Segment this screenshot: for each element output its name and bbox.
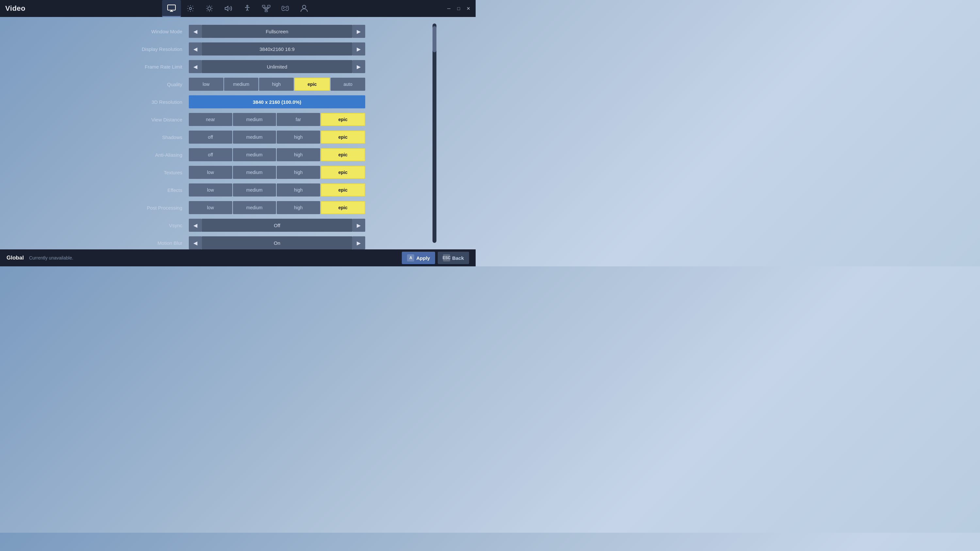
btn-group-post-processing: lowmediumhighepic	[189, 201, 365, 214]
svg-rect-0	[167, 5, 175, 10]
btn-anti-aliasing-epic[interactable]: epic	[321, 148, 366, 161]
arrow-left-motion-blur[interactable]: ◀	[189, 236, 202, 249]
control-3d-resolution: 3840 x 2160 (100.0%)	[189, 95, 365, 108]
btn-shadows-high[interactable]: high	[277, 130, 320, 144]
control-vsync: ◀Off▶	[189, 219, 365, 232]
nav-accessibility-tab[interactable]	[238, 0, 257, 17]
nav-audio-tab[interactable]	[219, 0, 238, 17]
btn-group-effects: lowmediumhighepic	[189, 183, 365, 197]
arrow-left-window-mode[interactable]: ◀	[189, 25, 202, 38]
global-label: Global	[6, 255, 24, 261]
scrollbar-track[interactable]	[433, 24, 436, 243]
btn-view-distance-epic[interactable]: epic	[321, 113, 366, 126]
setting-row-textures: Textureslowmediumhighepic	[110, 165, 365, 180]
setting-row-motion-blur: Motion Blur◀On▶	[110, 235, 365, 249]
svg-point-4	[189, 8, 192, 10]
arrow-right-display-resolution[interactable]: ▶	[352, 43, 365, 56]
btn-post-processing-epic[interactable]: epic	[321, 201, 366, 214]
value-display-resolution: 3840x2160 16:9	[202, 43, 352, 56]
control-post-processing: lowmediumhighepic	[189, 201, 365, 214]
label-view-distance: View Distance	[110, 117, 189, 122]
nav-account-tab[interactable]	[295, 0, 313, 17]
nav-video-tab[interactable]	[162, 0, 181, 17]
setting-row-3d-resolution: 3D Resolution3840 x 2160 (100.0%)	[110, 94, 365, 110]
btn-post-processing-medium[interactable]: medium	[233, 201, 276, 214]
btn-anti-aliasing-off[interactable]: off	[189, 148, 232, 161]
label-post-processing: Post Processing	[110, 205, 189, 211]
setting-row-effects: Effectslowmediumhighepic	[110, 182, 365, 198]
control-window-mode: ◀Fullscreen▶	[189, 25, 365, 38]
label-motion-blur: Motion Blur	[110, 240, 189, 246]
scrollbar-thumb[interactable]	[433, 26, 436, 52]
arrow-control-vsync: ◀Off▶	[189, 219, 365, 232]
btn-textures-low[interactable]: low	[189, 166, 232, 179]
nav-network-tab[interactable]	[257, 0, 276, 17]
btn-shadows-epic[interactable]: epic	[321, 130, 366, 144]
control-textures: lowmediumhighepic	[189, 166, 365, 179]
setting-row-post-processing: Post Processinglowmediumhighepic	[110, 200, 365, 216]
btn-anti-aliasing-medium[interactable]: medium	[233, 148, 276, 161]
btn-textures-high[interactable]: high	[277, 166, 320, 179]
maximize-button[interactable]: □	[454, 5, 463, 13]
arrow-right-window-mode[interactable]: ▶	[352, 25, 365, 38]
btn-post-processing-low[interactable]: low	[189, 201, 232, 214]
svg-point-5	[208, 7, 211, 10]
apply-key: A	[407, 254, 414, 262]
arrow-left-display-resolution[interactable]: ◀	[189, 43, 202, 56]
btn-effects-epic[interactable]: epic	[321, 183, 366, 197]
btn-quality-epic[interactable]: epic	[294, 78, 330, 91]
btn-view-distance-far[interactable]: far	[277, 113, 320, 126]
svg-point-15	[287, 8, 288, 8]
label-display-resolution: Display Resolution	[110, 46, 189, 52]
btn-textures-medium[interactable]: medium	[233, 166, 276, 179]
btn-effects-medium[interactable]: medium	[233, 183, 276, 197]
value-vsync: Off	[202, 219, 352, 232]
setting-row-shadows: Shadowsoffmediumhighepic	[110, 129, 365, 145]
btn-textures-epic[interactable]: epic	[321, 166, 366, 179]
btn-view-distance-medium[interactable]: medium	[233, 113, 276, 126]
value-window-mode: Fullscreen	[202, 25, 352, 38]
btn-group-view-distance: nearmediumfarepic	[189, 113, 365, 126]
setting-row-frame-rate-limit: Frame Rate Limit◀Unlimited▶	[110, 59, 365, 75]
arrow-left-vsync[interactable]: ◀	[189, 219, 202, 232]
setting-row-quality: Qualitylowmediumhighepicauto	[110, 76, 365, 92]
btn-quality-medium[interactable]: medium	[224, 78, 259, 91]
main-content: Window Mode◀Fullscreen▶Display Resolutio…	[0, 17, 476, 249]
close-button[interactable]: ✕	[464, 5, 473, 13]
status-right: A Apply ESC Back	[402, 252, 469, 264]
nav-settings-tab[interactable]	[181, 0, 200, 17]
arrow-right-vsync[interactable]: ▶	[352, 219, 365, 232]
control-display-resolution: ◀3840x2160 16:9▶	[189, 43, 365, 56]
svg-rect-9	[267, 5, 270, 7]
btn-quality-auto[interactable]: auto	[331, 78, 365, 91]
btn-post-processing-high[interactable]: high	[277, 201, 320, 214]
back-button[interactable]: ESC Back	[438, 252, 469, 264]
arrow-right-frame-rate-limit[interactable]: ▶	[352, 60, 365, 73]
resolution-display: 3840 x 2160 (100.0%)	[189, 95, 365, 108]
btn-view-distance-near[interactable]: near	[189, 113, 232, 126]
btn-anti-aliasing-high[interactable]: high	[277, 148, 320, 161]
nav-controller-tab[interactable]	[276, 0, 295, 17]
title-bar: Video	[0, 0, 476, 17]
nav-brightness-tab[interactable]	[200, 0, 219, 17]
apply-button[interactable]: A Apply	[402, 252, 435, 264]
label-anti-aliasing: Anti-Aliasing	[110, 152, 189, 158]
minimize-button[interactable]: ─	[444, 5, 453, 13]
control-motion-blur: ◀On▶	[189, 236, 365, 249]
btn-shadows-medium[interactable]: medium	[233, 130, 276, 144]
setting-row-vsync: Vsync◀Off▶	[110, 218, 365, 233]
btn-effects-low[interactable]: low	[189, 183, 232, 197]
window-controls: ─ □ ✕	[444, 5, 476, 13]
btn-quality-low[interactable]: low	[189, 78, 223, 91]
btn-shadows-off[interactable]: off	[189, 130, 232, 144]
label-shadows: Shadows	[110, 135, 189, 140]
btn-quality-high[interactable]: high	[259, 78, 294, 91]
arrow-control-window-mode: ◀Fullscreen▶	[189, 25, 365, 38]
arrow-left-frame-rate-limit[interactable]: ◀	[189, 60, 202, 73]
setting-row-view-distance: View Distancenearmediumfarepic	[110, 112, 365, 127]
label-quality: Quality	[110, 82, 189, 87]
btn-effects-high[interactable]: high	[277, 183, 320, 197]
arrow-right-motion-blur[interactable]: ▶	[352, 236, 365, 249]
status-left: Global Currently unavailable.	[6, 255, 73, 261]
control-view-distance: nearmediumfarepic	[189, 113, 365, 126]
